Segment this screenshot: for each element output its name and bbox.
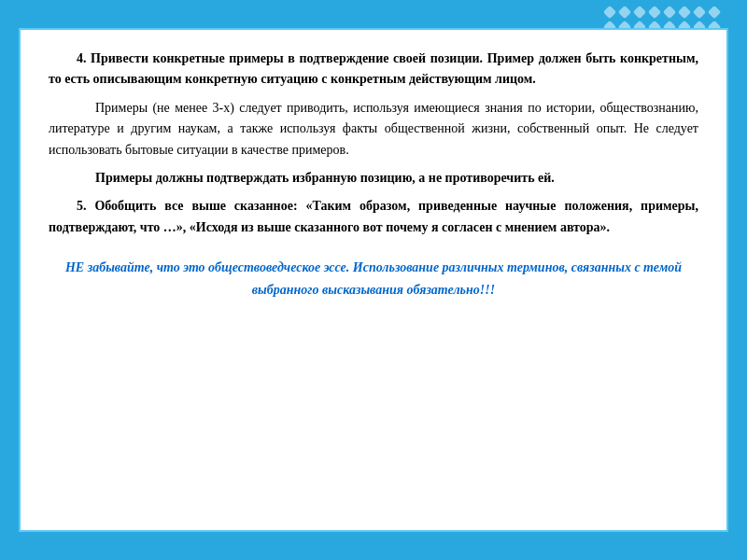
paragraph-confirm: Примеры должны подтверждать избранную по… xyxy=(49,168,698,189)
paragraph-4: 4. Привести конкретные примеры в подтвер… xyxy=(49,49,698,91)
main-content-card: 4. Привести конкретные примеры в подтвер… xyxy=(19,28,728,532)
paragraph-examples: Примеры (не менее 3-х) следует приводить… xyxy=(49,98,698,161)
paragraph-5: 5. Обобщить все выше сказанное: «Таким о… xyxy=(49,196,698,238)
highlight-reminder: НЕ забывайте, что это обществоведческое … xyxy=(49,257,698,301)
